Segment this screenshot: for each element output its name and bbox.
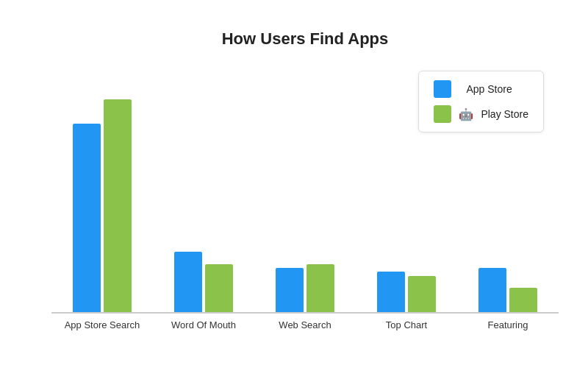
bar-group: 11%6% (457, 255, 559, 312)
legend-item-appstore: App Store (434, 80, 528, 98)
legend-label-appstore: App Store (466, 83, 512, 95)
legend-color-playstore (434, 105, 451, 123)
bar-label-playstore: 12% (210, 251, 228, 261)
bar-appstore (73, 124, 101, 312)
bar-playstore (104, 99, 132, 312)
bar-playstore (205, 264, 233, 312)
legend-item-playstore: 🤖 Play Store (434, 105, 528, 123)
android-icon: 🤖 (459, 107, 473, 121)
chart-title: How Users Find Apps (51, 29, 559, 49)
bar-group: 11%12% (254, 251, 356, 312)
bar-group: 15%12% (153, 238, 254, 312)
chart-area: App Store 🤖 Play Store 47%53%15%12%11%12… (51, 63, 559, 314)
bar-wrapper-playstore: 9% (408, 263, 436, 312)
bar-group: 10%9% (356, 258, 457, 312)
bar-label-appstore: 11% (281, 255, 298, 265)
x-label: Featuring (457, 319, 559, 330)
chart-container: How Users Find Apps App Store 🤖 Play Sto… (7, 7, 581, 361)
bar-playstore (509, 288, 537, 312)
bar-label-playstore: 6% (517, 275, 529, 285)
bar-wrapper-appstore: 15% (174, 238, 202, 312)
bar-appstore (276, 268, 304, 312)
bar-label-playstore: 53% (109, 86, 126, 96)
x-labels: App Store SearchWord Of MouthWeb SearchT… (51, 319, 559, 330)
bar-label-playstore: 9% (415, 263, 428, 273)
x-label: Web Search (254, 319, 356, 330)
bar-wrapper-appstore: 11% (478, 255, 506, 312)
bar-appstore (174, 252, 202, 312)
x-label: App Store Search (51, 319, 153, 330)
legend-label-playstore: Play Store (481, 108, 528, 120)
bar-label-appstore: 11% (484, 255, 501, 265)
bar-wrapper-playstore: 12% (306, 251, 334, 312)
bar-playstore (408, 276, 436, 312)
bar-playstore (306, 264, 334, 312)
bar-wrapper-playstore: 53% (104, 86, 132, 312)
bar-appstore (478, 268, 506, 312)
bar-wrapper-appstore: 47% (73, 110, 101, 312)
bar-wrapper-appstore: 11% (276, 255, 304, 312)
legend-color-appstore (434, 80, 451, 98)
bar-label-appstore: 47% (78, 110, 96, 121)
bar-wrapper-appstore: 10% (377, 258, 405, 312)
bar-wrapper-playstore: 12% (205, 251, 233, 312)
chart-legend: App Store 🤖 Play Store (418, 71, 544, 132)
bar-label-playstore: 12% (312, 251, 329, 261)
x-label: Top Chart (356, 319, 457, 330)
x-label: Word Of Mouth (153, 319, 254, 330)
bar-label-appstore: 15% (179, 238, 197, 249)
bar-label-appstore: 10% (382, 258, 400, 269)
bar-appstore (377, 272, 405, 312)
bar-wrapper-playstore: 6% (509, 275, 537, 312)
bar-group: 47%53% (51, 86, 153, 312)
